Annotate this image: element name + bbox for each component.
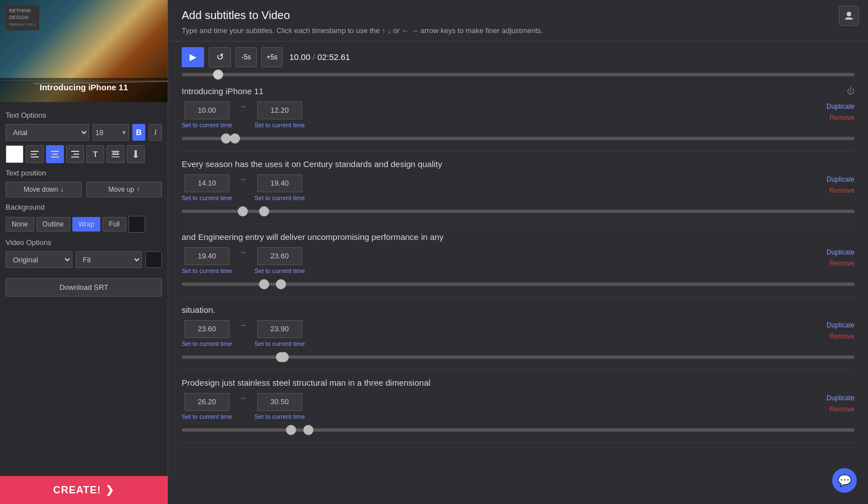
up-arrow-icon: ↑: [136, 186, 140, 193]
svg-rect-2: [31, 156, 39, 158]
set-start-time-button[interactable]: Set to current time: [182, 339, 232, 348]
duplicate-button[interactable]: Duplicate: [827, 320, 855, 330]
font-select[interactable]: Arial Helvetica Times New Roman: [6, 124, 89, 141]
bg-outline-button[interactable]: Outline: [36, 217, 70, 232]
slider-end-handle[interactable]: [276, 279, 286, 289]
end-time-input[interactable]: [257, 174, 302, 192]
download-srt-button[interactable]: Download SRT: [6, 278, 162, 297]
progress-bar-thumb[interactable]: [213, 70, 223, 80]
subtitle-actions: Duplicate Remove: [827, 247, 855, 269]
svg-rect-5: [51, 156, 59, 158]
svg-rect-7: [73, 154, 79, 155]
slider-end-handle[interactable]: [230, 133, 240, 144]
bg-wrap-button[interactable]: Wrap: [72, 217, 100, 232]
progress-bar-track[interactable]: [182, 73, 855, 76]
chat-bubble-button[interactable]: 💬: [832, 468, 857, 493]
remove-button[interactable]: Remove: [829, 331, 855, 341]
font-size-select[interactable]: 18 12 14 16 20 24: [93, 124, 129, 141]
set-end-time-button[interactable]: Set to current time: [255, 193, 305, 202]
set-start-time-button[interactable]: Set to current time: [182, 266, 232, 275]
slider-end-handle[interactable]: [259, 206, 269, 216]
subtitle-slider-track[interactable]: [182, 137, 855, 140]
duplicate-button[interactable]: Duplicate: [827, 393, 855, 403]
bg-full-button[interactable]: Full: [103, 217, 126, 232]
duplicate-button[interactable]: Duplicate: [827, 101, 855, 112]
video-fit-select[interactable]: Fit Fill Crop: [76, 251, 142, 268]
subtitle-slider-track[interactable]: [182, 428, 855, 432]
remove-button[interactable]: Remove: [829, 258, 855, 269]
subtitle-slider-row[interactable]: [182, 205, 855, 218]
rewind-button[interactable]: ↺: [209, 47, 231, 67]
down-arrow-icon: ↓: [60, 186, 63, 193]
plus5-button[interactable]: +5s: [261, 47, 283, 67]
subtitle-slider-row[interactable]: [182, 278, 855, 291]
create-button[interactable]: CREATE! ❯: [0, 476, 168, 504]
slider-start-handle[interactable]: [286, 425, 296, 435]
power-icon[interactable]: ⏻: [847, 86, 855, 95]
bold-button[interactable]: B: [132, 124, 145, 141]
video-color-swatch[interactable]: [145, 251, 162, 268]
duplicate-button[interactable]: Duplicate: [827, 247, 855, 257]
bg-color-swatch[interactable]: [128, 216, 145, 233]
progress-bar-container[interactable]: [168, 73, 868, 76]
start-time-input[interactable]: [184, 101, 229, 119]
slider-start-handle[interactable]: [238, 206, 248, 216]
align-bottom-button[interactable]: [127, 145, 145, 163]
slider-start-handle[interactable]: [259, 279, 269, 289]
move-down-button[interactable]: Move down ↓: [6, 182, 82, 197]
set-end-time-button[interactable]: Set to current time: [255, 412, 305, 421]
subtitle-slider-track[interactable]: [182, 210, 855, 213]
set-end-time-button[interactable]: Set to current time: [255, 339, 305, 348]
end-time-input[interactable]: [257, 247, 302, 265]
bg-none-button[interactable]: None: [6, 217, 34, 232]
subtitle-slider-row[interactable]: [182, 350, 855, 364]
set-start-time-button[interactable]: Set to current time: [182, 121, 232, 130]
duplicate-button[interactable]: Duplicate: [827, 174, 855, 184]
remove-button[interactable]: Remove: [829, 113, 855, 123]
start-time-input[interactable]: [184, 393, 229, 411]
video-options-section: Video Options Original 16:9 9:16 1:1 Fit…: [6, 238, 162, 268]
end-time-group: Set to current time: [255, 393, 305, 421]
start-time-group: Set to current time: [182, 320, 232, 348]
end-time-input[interactable]: [257, 101, 302, 119]
distribute-button[interactable]: [107, 145, 124, 163]
video-options-row: Original 16:9 9:16 1:1 Fit Fill Crop: [6, 251, 162, 268]
brand-logo: RETHINK DESIGN Webinar Intro: [6, 6, 39, 30]
slider-start-handle[interactable]: [221, 133, 231, 144]
subtitle-slider-row[interactable]: [182, 132, 855, 145]
italic-button[interactable]: I: [149, 124, 162, 141]
play-button[interactable]: ▶: [182, 47, 204, 67]
color-swatch[interactable]: [6, 145, 24, 163]
end-time-input[interactable]: [257, 320, 302, 338]
set-start-time-button[interactable]: Set to current time: [182, 412, 232, 421]
end-time-input[interactable]: [257, 393, 302, 411]
align-right-button[interactable]: [66, 145, 84, 163]
main-title: Add subtitles to Video: [182, 9, 855, 22]
play-icon: ▶: [190, 52, 196, 62]
set-start-time-button[interactable]: Set to current time: [182, 193, 232, 202]
start-time-group: Set to current time: [182, 101, 232, 130]
user-avatar-button[interactable]: [839, 6, 859, 26]
remove-button[interactable]: Remove: [829, 186, 855, 196]
slider-end-handle[interactable]: [279, 352, 289, 362]
subtitle-actions: Duplicate Remove: [827, 174, 855, 196]
start-time-input[interactable]: [184, 320, 229, 338]
start-time-input[interactable]: [184, 247, 229, 265]
video-ratio-select[interactable]: Original 16:9 9:16 1:1: [6, 251, 72, 268]
set-end-time-button[interactable]: Set to current time: [255, 266, 305, 275]
start-time-group: Set to current time: [182, 247, 232, 275]
move-up-button[interactable]: Move up ↑: [86, 182, 163, 197]
set-end-time-button[interactable]: Set to current time: [255, 121, 305, 130]
minus5-button[interactable]: -5s: [236, 47, 257, 67]
main-header: Add subtitles to Video Type and time you…: [168, 0, 868, 41]
text-style-button[interactable]: T: [86, 145, 104, 163]
remove-button[interactable]: Remove: [829, 404, 855, 414]
align-left-button[interactable]: [26, 145, 44, 163]
subtitle-slider-row[interactable]: [182, 423, 855, 437]
slider-end-handle[interactable]: [303, 425, 313, 435]
svg-marker-14: [133, 156, 138, 158]
start-time-input[interactable]: [184, 174, 229, 192]
end-time-group: Set to current time: [255, 247, 305, 275]
align-center-button[interactable]: [46, 145, 64, 163]
subtitle-text: Every season has the uses it on Century …: [182, 159, 855, 169]
